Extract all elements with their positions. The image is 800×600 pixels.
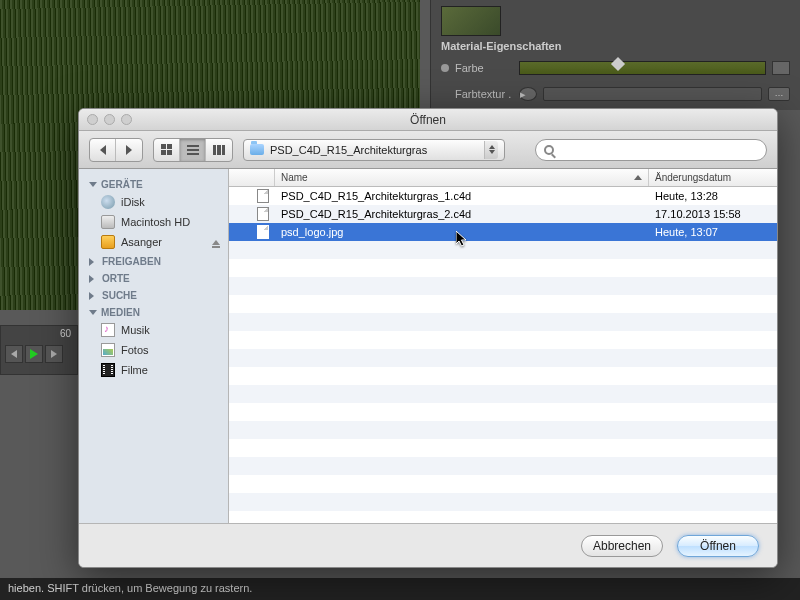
file-date: Heute, 13:28	[649, 190, 777, 202]
nav-forward-button[interactable]	[116, 139, 142, 161]
cancel-button[interactable]: Abbrechen	[581, 535, 663, 557]
status-bar: hieben. SHIFT drücken, um Bewegung zu ra…	[0, 578, 800, 600]
column-date-header[interactable]: Änderungsdatum	[649, 169, 777, 186]
view-columns-button[interactable]	[206, 139, 232, 161]
texture-field[interactable]	[543, 87, 762, 101]
disclosure-triangle-icon	[89, 258, 98, 266]
timeline-controls: 60	[0, 325, 78, 375]
file-row	[229, 367, 777, 385]
file-list-header: Name Änderungsdatum	[229, 169, 777, 187]
file-row	[229, 421, 777, 439]
folder-icon	[250, 144, 264, 155]
radio-icon[interactable]	[441, 64, 449, 72]
sidebar-item-movies[interactable]: Filme	[79, 360, 228, 380]
sidebar-item-idisk[interactable]: iDisk	[79, 192, 228, 212]
chevron-left-icon	[100, 145, 106, 155]
sidebar-section-search[interactable]: SUCHE	[79, 286, 228, 303]
file-row	[229, 295, 777, 313]
path-dropdown[interactable]: PSD_C4D_R15_Architekturgras	[243, 139, 505, 161]
sidebar-item-photos[interactable]: Fotos	[79, 340, 228, 360]
sidebar-section-places[interactable]: ORTE	[79, 269, 228, 286]
texture-more-btn[interactable]: …	[768, 87, 790, 101]
image-file-icon	[257, 225, 269, 239]
file-row[interactable]: PSD_C4D_R15_Architekturgras_2.c4d17.10.2…	[229, 205, 777, 223]
external-disk-icon	[101, 235, 115, 249]
file-row	[229, 439, 777, 457]
view-icons-button[interactable]	[154, 139, 180, 161]
panel-title: Material-Eigenschaften	[441, 40, 790, 52]
harddisk-icon	[101, 215, 115, 229]
file-row	[229, 259, 777, 277]
eject-icon[interactable]	[212, 240, 220, 245]
file-row	[229, 349, 777, 367]
sidebar-section-shared[interactable]: FREIGABEN	[79, 252, 228, 269]
file-name: PSD_C4D_R15_Architekturgras_2.c4d	[275, 208, 649, 220]
grid-icon	[161, 144, 172, 155]
sort-ascending-icon	[634, 175, 642, 180]
disclosure-triangle-icon	[89, 275, 98, 283]
file-row[interactable]: psd_logo.jpgHeute, 13:07	[229, 223, 777, 241]
file-row	[229, 493, 777, 511]
columns-icon	[213, 145, 225, 155]
chevron-right-icon	[126, 145, 132, 155]
search-field[interactable]	[535, 139, 767, 161]
file-row	[229, 403, 777, 421]
file-row	[229, 241, 777, 259]
dialog-titlebar[interactable]: Öffnen	[79, 109, 777, 131]
list-icon	[187, 145, 199, 155]
file-row	[229, 457, 777, 475]
file-row	[229, 277, 777, 295]
material-properties-panel: Material-Eigenschaften Farbe Farbtextur …	[430, 0, 800, 110]
file-date: 17.10.2013 15:58	[649, 208, 777, 220]
idisk-icon	[101, 195, 115, 209]
file-name: psd_logo.jpg	[275, 226, 649, 238]
timeline-back-button[interactable]	[5, 345, 23, 363]
texture-picker-btn[interactable]: ▸	[519, 87, 537, 101]
file-row	[229, 475, 777, 493]
timeline-frame-number: 60	[1, 326, 77, 341]
document-file-icon	[257, 207, 269, 221]
document-file-icon	[257, 189, 269, 203]
disclosure-triangle-icon	[89, 310, 97, 315]
search-input[interactable]	[560, 144, 758, 156]
music-icon	[101, 323, 115, 337]
color-slider[interactable]	[519, 61, 766, 75]
color-stepper[interactable]	[772, 61, 790, 75]
disclosure-triangle-icon	[89, 182, 97, 187]
view-mode-group	[153, 138, 233, 162]
nav-back-button[interactable]	[90, 139, 116, 161]
photos-icon	[101, 343, 115, 357]
file-list-pane: Name Änderungsdatum PSD_C4D_R15_Architek…	[229, 169, 777, 523]
dialog-title: Öffnen	[79, 113, 777, 127]
file-rows-container: PSD_C4D_R15_Architekturgras_1.c4dHeute, …	[229, 187, 777, 523]
sidebar-section-media[interactable]: MEDIEN	[79, 303, 228, 320]
texture-label: Farbtextur .	[455, 88, 513, 100]
file-date: Heute, 13:07	[649, 226, 777, 238]
search-icon	[544, 145, 554, 155]
view-list-button[interactable]	[180, 139, 206, 161]
file-row	[229, 313, 777, 331]
nav-buttons-group	[89, 138, 143, 162]
file-row	[229, 331, 777, 349]
sidebar-item-macintosh-hd[interactable]: Macintosh HD	[79, 212, 228, 232]
timeline-play-button[interactable]	[25, 345, 43, 363]
sidebar: GERÄTE iDisk Macintosh HD Asanger FREIGA…	[79, 169, 229, 523]
sidebar-item-music[interactable]: Musik	[79, 320, 228, 340]
film-icon	[101, 363, 115, 377]
dialog-toolbar: PSD_C4D_R15_Architekturgras	[79, 131, 777, 169]
timeline-fwd-button[interactable]	[45, 345, 63, 363]
column-icon[interactable]	[229, 169, 275, 186]
file-name: PSD_C4D_R15_Architekturgras_1.c4d	[275, 190, 649, 202]
open-button[interactable]: Öffnen	[677, 535, 759, 557]
color-label: Farbe	[455, 62, 513, 74]
file-row[interactable]: PSD_C4D_R15_Architekturgras_1.c4dHeute, …	[229, 187, 777, 205]
column-name-header[interactable]: Name	[275, 169, 649, 186]
dialog-footer: Abbrechen Öffnen	[79, 523, 777, 567]
material-thumbnail	[441, 6, 501, 36]
disclosure-triangle-icon	[89, 292, 98, 300]
open-file-dialog: Öffnen PSD_C4D_R15_Architekturgras GERÄT…	[78, 108, 778, 568]
sidebar-item-asanger[interactable]: Asanger	[79, 232, 228, 252]
dropdown-arrows-icon	[484, 141, 498, 159]
status-text: hieben. SHIFT drücken, um Bewegung zu ra…	[8, 582, 252, 594]
sidebar-section-devices[interactable]: GERÄTE	[79, 175, 228, 192]
